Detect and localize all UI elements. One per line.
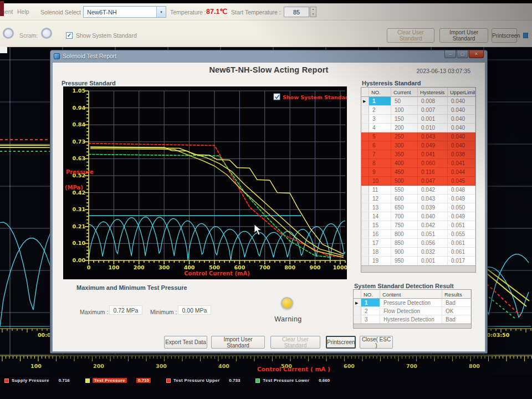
- row-selector-cell[interactable]: [361, 124, 369, 132]
- table-cell[interactable]: 250: [391, 132, 418, 141]
- chevron-down-icon[interactable]: ▾: [156, 7, 166, 17]
- table-cell[interactable]: 900: [391, 248, 418, 257]
- table-cell[interactable]: 3: [361, 315, 380, 324]
- clear-user-standard-button-dialog[interactable]: Clear User Standard: [270, 336, 320, 349]
- legend-item[interactable]: Test Pressure Lower0.660: [255, 378, 330, 383]
- hysteresis-table[interactable]: NO.CurrentHysteresisUpperLimit▶1500.0080…: [361, 87, 476, 273]
- table-cell[interactable]: 0.045: [448, 177, 475, 186]
- row-selector-cell[interactable]: [361, 141, 369, 150]
- table-cell[interactable]: 11: [369, 186, 391, 195]
- table-cell[interactable]: 14: [369, 212, 391, 221]
- table-cell[interactable]: 350: [391, 150, 418, 159]
- table-cell[interactable]: Hysteresis Detection: [380, 315, 442, 324]
- table-cell[interactable]: 100: [391, 106, 418, 115]
- table-cell[interactable]: 2: [361, 307, 380, 315]
- table-cell[interactable]: 0.051: [448, 221, 475, 230]
- column-header[interactable]: Current: [391, 88, 418, 97]
- table-cell[interactable]: 0.040: [448, 124, 475, 132]
- table-cell[interactable]: 0.007: [418, 106, 448, 115]
- table-cell[interactable]: 16: [369, 230, 391, 239]
- table-cell[interactable]: 0.042: [418, 221, 448, 230]
- column-header[interactable]: Results: [442, 290, 471, 299]
- table-cell[interactable]: 0.049: [448, 195, 475, 203]
- table-cell[interactable]: 13: [369, 203, 391, 212]
- close-icon[interactable]: ✕: [469, 50, 484, 58]
- table-cell[interactable]: 0.116: [418, 168, 448, 177]
- table-cell[interactable]: 0.048: [448, 186, 475, 195]
- table-cell[interactable]: 7: [369, 150, 391, 159]
- table-cell[interactable]: 0.040: [448, 97, 475, 106]
- table-cell[interactable]: 0.055: [448, 230, 475, 239]
- table-cell[interactable]: 800: [391, 230, 418, 239]
- table-cell[interactable]: 0.042: [418, 186, 448, 195]
- table-cell[interactable]: 10: [369, 177, 391, 186]
- table-cell[interactable]: 0.040: [448, 141, 475, 150]
- table-cell[interactable]: Pressure Detection: [380, 299, 442, 307]
- column-header[interactable]: UpperLimit: [448, 88, 475, 97]
- column-header[interactable]: Hysteresis: [418, 88, 448, 97]
- table-cell[interactable]: 0.049: [418, 141, 448, 150]
- spinner-up-icon[interactable]: ▲: [310, 7, 316, 12]
- row-selector-cell[interactable]: [361, 132, 369, 141]
- table-cell[interactable]: 0.050: [448, 203, 475, 212]
- table-cell[interactable]: 5: [369, 132, 391, 141]
- row-selector-cell[interactable]: [361, 257, 369, 265]
- table-cell[interactable]: 0.041: [448, 159, 475, 168]
- table-cell[interactable]: 200: [391, 124, 418, 132]
- table-cell[interactable]: 0.001: [418, 257, 448, 265]
- table-cell[interactable]: 0.040: [448, 115, 475, 124]
- import-user-standard-button-dialog[interactable]: Import User Standard: [211, 336, 265, 349]
- show-system-standard-checkbox[interactable]: Show System Standard: [274, 94, 347, 100]
- table-cell[interactable]: 0.043: [418, 132, 448, 141]
- maximize-button[interactable]: ▢: [457, 50, 468, 58]
- table-scroll-strip[interactable]: [354, 324, 471, 328]
- table-cell[interactable]: 500: [391, 177, 418, 186]
- legend-item[interactable]: Test Pressure0.710: [85, 378, 151, 383]
- dialog-titlebar[interactable]: Solenoid Test Report – ▢ ✕: [50, 50, 487, 62]
- printscreen-button-dialog[interactable]: Printscreen: [326, 336, 356, 349]
- table-cell[interactable]: 0.049: [448, 212, 475, 221]
- row-selector-cell[interactable]: [361, 115, 369, 124]
- row-selector-cell[interactable]: [361, 230, 369, 239]
- table-cell[interactable]: 400: [391, 159, 418, 168]
- table-cell[interactable]: 0.010: [418, 124, 448, 132]
- start-temperature-spinner[interactable]: ▲ ▼: [310, 7, 316, 17]
- table-cell[interactable]: 0.061: [448, 248, 475, 257]
- table-cell[interactable]: 1: [369, 97, 391, 106]
- spinner-down-icon[interactable]: ▼: [310, 12, 316, 17]
- table-cell[interactable]: 4: [369, 124, 391, 132]
- table-cell[interactable]: 0.041: [418, 150, 448, 159]
- legend-item[interactable]: Test Pressure Upper0.733: [166, 378, 240, 383]
- table-cell[interactable]: 18: [369, 248, 391, 257]
- export-test-data-button[interactable]: Export Test Data: [164, 336, 207, 349]
- column-header[interactable]: NO.: [361, 290, 380, 299]
- table-cell[interactable]: 0.047: [418, 177, 448, 186]
- table-cell[interactable]: 15: [369, 221, 391, 230]
- table-cell[interactable]: 950: [391, 257, 418, 265]
- table-cell[interactable]: 0.051: [418, 230, 448, 239]
- minimize-button[interactable]: –: [444, 50, 456, 58]
- table-cell[interactable]: 0.040: [418, 212, 448, 221]
- legend-item[interactable]: Supply Pressure0.716: [4, 378, 70, 383]
- printscreen-button[interactable]: Printscreen: [492, 28, 517, 43]
- table-cell[interactable]: 2: [369, 106, 391, 115]
- table-cell[interactable]: 0.032: [418, 248, 448, 257]
- table-cell[interactable]: 0.001: [418, 115, 448, 124]
- table-cell[interactable]: 50: [391, 97, 418, 106]
- import-user-standard-button[interactable]: Import User Standard: [439, 28, 488, 43]
- table-cell[interactable]: 0.043: [418, 195, 448, 203]
- table-cell[interactable]: Flow Detection: [380, 307, 442, 315]
- table-cell[interactable]: 750: [391, 221, 418, 230]
- table-cell[interactable]: 300: [391, 141, 418, 150]
- table-cell[interactable]: 6: [369, 141, 391, 150]
- table-cell[interactable]: 0.060: [418, 159, 448, 168]
- table-cell[interactable]: 0.039: [418, 203, 448, 212]
- table-cell[interactable]: OK: [442, 307, 471, 315]
- table-cell[interactable]: 12: [369, 195, 391, 203]
- partial-checkbox[interactable]: [523, 33, 528, 38]
- row-selector-cell[interactable]: [361, 150, 369, 159]
- table-cell[interactable]: Bad: [442, 299, 471, 307]
- column-header[interactable]: NO.: [369, 88, 391, 97]
- table-cell[interactable]: Bad: [442, 315, 471, 324]
- table-cell[interactable]: 0.044: [448, 168, 475, 177]
